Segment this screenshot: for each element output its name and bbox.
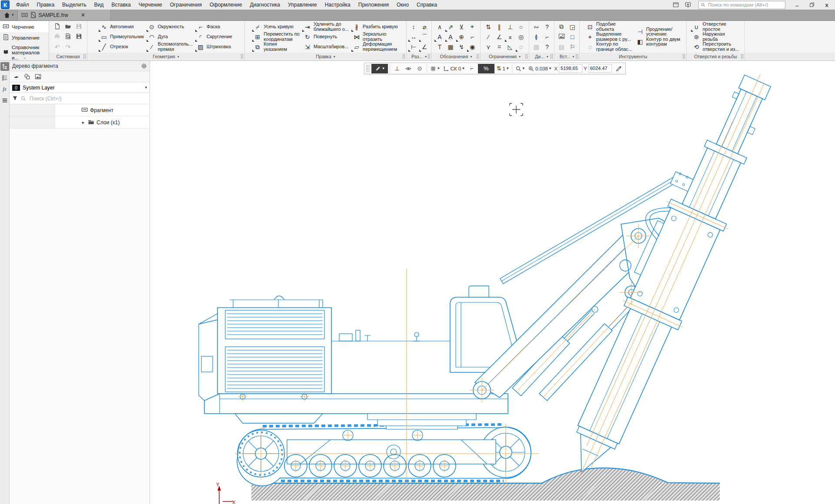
fillet[interactable]: ◜Скругление xyxy=(194,32,234,42)
ribbon-group-diagnostics-label[interactable]: Ди...▾ xyxy=(529,53,554,60)
group-grip-icon[interactable] xyxy=(402,54,405,59)
menu-item-11[interactable]: Приложения xyxy=(354,0,393,10)
circle[interactable]: ⊙Окружность xyxy=(146,22,194,32)
hatch[interactable]: ▨Штриховка xyxy=(194,42,234,52)
ortho-drawing-button[interactable]: ⌐ xyxy=(467,64,477,73)
line-segment[interactable]: ╱Отрезок xyxy=(98,42,146,52)
ribbon-group-insert-label[interactable]: Вст...▾ xyxy=(554,53,579,60)
rectangle[interactable]: ▭Прямоугольник xyxy=(98,32,146,42)
construction-line[interactable]: ∕Вспомогатель... прямая xyxy=(146,42,194,52)
menu-item-2[interactable]: Выделить xyxy=(58,0,90,10)
current-layer-combo[interactable]: 0 System Layer ▾ xyxy=(10,83,150,93)
deform-by-move[interactable]: ▱Деформация перемещением xyxy=(351,42,400,52)
check-point[interactable]: ? xyxy=(542,42,553,52)
baseline-dimension[interactable]: ⊢ xyxy=(408,42,419,52)
menu-item-10[interactable]: Настройка xyxy=(321,0,354,10)
minimize-button[interactable] xyxy=(791,0,804,9)
measure-curve[interactable]: ∾ xyxy=(531,22,542,32)
y-coordinate-field[interactable]: 6024.47 xyxy=(588,64,612,73)
radial-dimension[interactable]: ⌒ xyxy=(419,32,430,42)
letter-designation[interactable]: A xyxy=(434,32,445,42)
view-arrow[interactable]: ⌐ xyxy=(467,32,478,42)
restore-button[interactable] xyxy=(805,0,818,9)
ribbon-group-edit-label[interactable]: Правка▾ xyxy=(245,53,406,60)
group-grip-icon[interactable] xyxy=(476,54,479,59)
zoom-area-button[interactable]: ▾ xyxy=(514,64,526,73)
mode-panel-expand-icon[interactable]: ⌄ xyxy=(0,55,49,60)
autoline[interactable]: ∿Автолиния xyxy=(98,22,146,32)
menu-item-3[interactable]: Вид xyxy=(90,0,107,10)
ribbon-group-system-label[interactable]: Системная xyxy=(49,53,87,60)
mode-management[interactable]: Управление xyxy=(0,32,49,43)
arc[interactable]: ◠Дуга xyxy=(146,32,194,42)
pictures-filter-button[interactable] xyxy=(35,73,41,80)
command-search-input[interactable] xyxy=(707,2,783,8)
window-layout-button[interactable] xyxy=(671,1,681,9)
menu-item-0[interactable]: Файл xyxy=(12,0,33,10)
print-preview[interactable] xyxy=(63,32,73,42)
auto-dimension[interactable]: ↕ xyxy=(408,22,419,32)
snap-visibility-button[interactable] xyxy=(403,64,414,73)
contour-by-boundary[interactable]: ◌Контур по границе облас... xyxy=(584,42,634,52)
home-button[interactable]: ▾ xyxy=(0,10,17,20)
group-grip-icon[interactable] xyxy=(682,54,685,59)
collinear-constraint[interactable]: ∕ xyxy=(483,32,494,42)
leader[interactable]: ⇗ xyxy=(445,22,456,32)
ribbon-group-geometry-label[interactable]: Геометрия▾ xyxy=(87,53,244,60)
contour-by-two[interactable]: ◧Контур по двум контурам xyxy=(634,37,682,47)
ribbon-group-holes-label[interactable]: Отверстия и резьбы xyxy=(687,53,745,60)
simple-hole[interactable]: ∪Отверстие простое xyxy=(690,22,741,32)
select-dimensions[interactable]: ⌖Выделение размеров с ру... xyxy=(584,32,634,42)
extend-to-nearest[interactable]: ⇥Удлинить до ближайшего о... xyxy=(301,22,351,32)
diameter-dimension[interactable]: ⌀ xyxy=(419,22,430,32)
menu-item-13[interactable]: Справка xyxy=(413,0,441,10)
check-element[interactable]: ? xyxy=(542,22,553,32)
save-as[interactable] xyxy=(73,32,84,42)
cursor-step-button[interactable]: ⇅ 1 ▾ xyxy=(495,64,510,73)
menu-item-8[interactable]: Диагностика xyxy=(246,0,284,10)
group-grip-icon[interactable] xyxy=(741,54,744,59)
ribbon-group-dimensions-label[interactable]: Раз...▾ xyxy=(407,53,431,60)
menu-item-6[interactable]: Ограничения xyxy=(166,0,206,10)
table[interactable]: ▦ xyxy=(445,42,456,52)
trim-curve[interactable]: ⌿Усечь кривую xyxy=(251,22,301,32)
parallel-constraint[interactable]: ∥ xyxy=(494,22,505,32)
menu-item-7[interactable]: Оформление xyxy=(206,0,246,10)
menu-item-12[interactable]: Окно xyxy=(393,0,413,10)
snaps-toggle-button[interactable]: % xyxy=(478,64,494,73)
wavy-line[interactable]: ↯ xyxy=(456,42,467,52)
close-button[interactable]: x xyxy=(820,0,833,9)
datum[interactable]: ⊻ xyxy=(456,22,467,32)
equal-constraint[interactable]: = xyxy=(494,42,505,52)
roughness[interactable]: ∧ xyxy=(434,22,445,32)
open-document[interactable] xyxy=(63,22,73,32)
angular-dimension[interactable]: ∠ xyxy=(419,42,430,52)
insert-fragment[interactable]: ⧉ xyxy=(556,22,567,32)
menu-item-5[interactable]: Черчение xyxy=(135,0,166,10)
menu-item-1[interactable]: Правка xyxy=(33,0,59,10)
linear-dimension[interactable]: ↔ xyxy=(408,32,419,42)
offset-object[interactable]: ⊡Подобие объекта xyxy=(584,22,634,32)
move-by-coordinates[interactable]: ⊞Переместить по координатам xyxy=(251,32,301,42)
symmetry-constraint[interactable]: ◺ xyxy=(505,42,516,52)
perpendicular-constraint[interactable]: ⊥ xyxy=(505,22,516,32)
tangent-constraint[interactable]: ○ xyxy=(516,22,527,32)
check-overlaps[interactable]: ≬ xyxy=(531,32,542,42)
x-coordinate-field[interactable]: 5198.65 xyxy=(559,64,582,73)
panels-menu-button[interactable] xyxy=(0,96,9,105)
mode-drafting[interactable]: Черчение xyxy=(0,21,49,32)
ribbon-group-constraints-label[interactable]: Ограничения▾ xyxy=(481,53,529,60)
layers-view-button[interactable] xyxy=(13,73,20,80)
fragment-node[interactable]: Фрагмент xyxy=(10,104,150,116)
expander-icon[interactable]: ► xyxy=(81,120,86,125)
variables-panel-button[interactable]: fx xyxy=(0,85,9,93)
insert-frame[interactable]: □ xyxy=(567,32,578,42)
tree-search-input[interactable] xyxy=(29,95,147,102)
group-grip-icon[interactable] xyxy=(550,54,553,59)
split-curve[interactable]: ∦Разбить кривую xyxy=(351,22,400,32)
layers-node[interactable]: ►Слои (x1) xyxy=(10,116,150,129)
group-grip-icon[interactable] xyxy=(83,54,86,59)
toolbar-grip[interactable] xyxy=(366,65,370,73)
tolerance-frame[interactable]: ⌖ xyxy=(467,22,478,32)
copy-by-point[interactable]: ⧉Копия указанием xyxy=(251,42,301,52)
